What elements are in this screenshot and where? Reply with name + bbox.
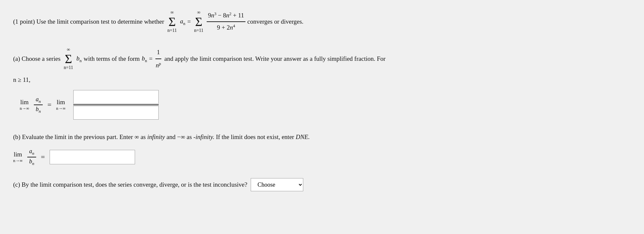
frac-an-bn-top: an <box>34 96 43 105</box>
sum-an-notation: ∞ Σ n=11 <box>168 10 177 34</box>
sum-bn-notation: ∞ Σ n=11 <box>64 47 73 71</box>
part-c-section: (c) By the limit comparison test, does t… <box>13 178 631 191</box>
bn-eq-label: bn <box>142 53 147 64</box>
frac-an-bn-b: an bn <box>27 148 36 166</box>
main-fraction-numer: 9n3 − 8n2 + 11 <box>207 11 245 22</box>
lim-sub-1: n→∞ <box>20 106 29 111</box>
limit-answer-input[interactable] <box>50 150 135 164</box>
converges-or-diverges-text: converges or diverges. <box>247 17 304 27</box>
part-c-line: (c) By the limit comparison test, does t… <box>13 178 631 191</box>
lim-block-2: lim n→∞ <box>56 99 66 111</box>
part-a-section: (a) Choose a series ∞ Σ n=11 bn with ter… <box>13 47 631 120</box>
part-b-section: (b) Evaluate the limit in the previous p… <box>13 131 631 166</box>
bn-fraction-numer: 1 <box>155 47 161 59</box>
n-geq-text: n ≥ 11, <box>13 76 631 83</box>
sum-bn-start: n=11 <box>64 65 73 71</box>
sum-fraction-notation: ∞ Σ n=11 <box>194 10 203 34</box>
part-a-eq-sign: = <box>149 53 152 64</box>
part-c-text: (c) By the limit comparison test, does t… <box>13 181 247 188</box>
sum-sigma-bn: Σ <box>65 53 72 65</box>
fraction-input-top-wrapper[interactable] <box>73 90 159 104</box>
frac-an-bn-b-bot: bn <box>27 157 36 166</box>
bn-label: bn <box>76 53 81 64</box>
problem-statement: (1 point) Use the limit comparison test … <box>13 10 631 34</box>
part-b-limit-row: lim n→∞ an bn = <box>13 148 631 166</box>
part-b-equals: = <box>41 153 45 161</box>
lim-block-b: lim n→∞ <box>13 151 23 163</box>
lim-word-b: lim <box>14 151 22 158</box>
fraction-numerator-input[interactable] <box>73 90 159 104</box>
lim-sub-b: n→∞ <box>13 158 23 163</box>
limit-fraction-section: lim n→∞ an bn = lim n→∞ <box>20 90 631 120</box>
sum-sigma-1: Σ <box>169 15 176 28</box>
lim-sub-2: n→∞ <box>56 106 66 111</box>
bn-fraction-denom: np <box>154 59 162 71</box>
limit-equals: = <box>47 101 51 109</box>
sum-start-2: n=11 <box>194 28 203 34</box>
main-fraction-denom: 9 + 2n4 <box>216 22 236 33</box>
sum-start-1: n=11 <box>168 28 177 34</box>
fraction-input-box <box>73 90 159 120</box>
part-b-label: (b) Evaluate the limit in the previous p… <box>13 131 631 143</box>
intro-text: (1 point) Use the limit comparison test … <box>13 17 164 27</box>
fraction-input-bot-wrapper[interactable] <box>73 106 159 120</box>
lim-word-1: lim <box>20 99 29 106</box>
equals-1: = <box>187 17 191 27</box>
bn-fraction: 1 np <box>154 47 162 71</box>
frac-an-bn: an bn <box>34 96 43 114</box>
fraction-divider <box>73 105 159 105</box>
lim-word-2: lim <box>57 99 65 106</box>
convergence-dropdown[interactable]: Choose Converges Diverges Inconclusive <box>251 178 303 191</box>
an-label: an <box>180 16 185 27</box>
part-a-intro: (a) Choose a series <box>13 53 60 64</box>
part-b-text-1: (b) Evaluate the limit in the previous p… <box>13 131 310 143</box>
frac-an-bn-bot: bn <box>34 105 43 114</box>
frac-an-bn-b-top: an <box>27 148 36 157</box>
and-apply-text: and apply the limit comparison test. Wri… <box>164 53 385 64</box>
with-terms-text: with terms of the form <box>83 53 140 64</box>
sum-sigma-2: Σ <box>195 15 202 28</box>
lim-block-1: lim n→∞ <box>20 99 29 111</box>
fraction-denominator-input[interactable] <box>73 106 159 120</box>
problem-container: (1 point) Use the limit comparison test … <box>13 10 631 191</box>
part-a-label: (a) Choose a series ∞ Σ n=11 bn with ter… <box>13 47 631 71</box>
main-fraction: 9n3 − 8n2 + 11 9 + 2n4 <box>207 11 245 33</box>
